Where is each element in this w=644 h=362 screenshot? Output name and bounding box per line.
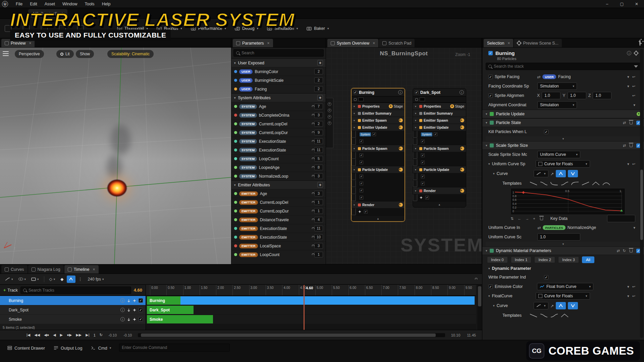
solo-icon[interactable] [127,299,130,302]
view-end-value[interactable]: 10.10 [448,333,463,337]
gear-icon[interactable] [634,51,638,55]
alignment-y-field[interactable]: 1.0 [568,92,586,99]
playback-button[interactable]: ◀● [42,331,51,339]
node-stack-row[interactable]: ▾ Properties +Stage + ✓ [352,103,405,110]
add-parameter-button[interactable]: + [317,95,323,101]
node-stack-row[interactable]: ▾ Particle State + + ✓ [413,173,417,180]
solo-icon[interactable] [127,318,130,321]
add-module-button[interactable]: + [460,118,464,122]
burst-icon[interactable] [133,308,136,312]
node-stack-row[interactable]: ▾ Scale Color + + ✓ [352,194,356,201]
render-options-button[interactable]: ▾ [29,275,41,283]
lit-button[interactable]: Lit [56,50,74,58]
curve-template-icon[interactable] [550,181,558,186]
parameter-row[interactable]: USER BurningHitScale 2 [231,76,326,84]
node-stack-row[interactable]: ▾ Particle Spawn + + ✓ [352,145,405,152]
parameter-row[interactable]: SYSTEM NormalizedLoop 3 [231,172,326,180]
section-scale-sprite-size[interactable]: ▾ Scale Sprite Size ⇄ [482,141,644,150]
info-icon[interactable]: i [120,317,125,321]
info-icon[interactable]: i [460,90,464,95]
menu-item[interactable]: Tools [81,0,98,8]
dropdown-caret-icon[interactable]: ▾ [627,294,629,298]
perspective-button[interactable]: Perspective [15,50,44,58]
curve-template-icon[interactable] [581,181,590,186]
parameter-row[interactable]: EMITTER CurrentLoopDel 1 [231,198,326,206]
track-enabled-checkbox[interactable] [139,308,143,312]
module-enabled-checkbox[interactable]: ✓ [421,154,425,157]
panel-options-gear[interactable] [639,40,641,45]
row-sprite-alignment[interactable]: Sprite Alignmen X1.0 Y1.0 Z1.0 ↩ [482,91,644,100]
track-section-block[interactable]: Dark_Spot [147,306,194,314]
curve-template-icon[interactable] [540,313,548,318]
add-module-button[interactable]: + [460,125,464,129]
maximize-button[interactable]: ▢ [614,0,629,8]
alignment-x-field[interactable]: 1.0 [542,92,560,99]
node-stack-row[interactable]: ▾ Sprite Renderer + + ✓ [413,194,417,201]
section-particle-state[interactable]: ▾ Particle State ⇄ [482,118,644,127]
emitter-node-dark-spot[interactable]: Dark_Spot i ▾ Properties +Stage [413,88,466,207]
module-enabled-checkbox[interactable]: ✓ [372,132,376,136]
burst-icon[interactable] [133,318,136,321]
expander-chevron[interactable]: ▾ [486,136,641,141]
console-input[interactable] [122,345,227,350]
section-emitter-attributes[interactable]: ▾ Emitter Attributes + [231,180,326,189]
scale-factor-field[interactable]: 1.0 [537,233,580,241]
track-section-block[interactable]: Smoke [147,315,213,323]
tab-preview-scene-settings[interactable]: Preview Scene S... [514,39,562,47]
scale-mode-dropdown[interactable]: Uniform Curve▾ [537,151,580,158]
tab-system-overview[interactable]: System Overview× [327,39,378,47]
node-stack-row[interactable]: ▾ Dynamic Material Parameters + + ✓ [352,187,356,194]
curve-type-dropdown[interactable]: Curve for Floats▾ [536,160,590,168]
node-stack-row[interactable]: ▾ Particle Update + + ✓ [413,166,466,173]
parameter-row[interactable]: EMITTER LocalSpace 3 [231,241,326,250]
index-tab[interactable]: Index 1 [511,256,532,263]
module-enabled-checkbox[interactable]: ✓ [360,189,363,192]
reset-icon[interactable]: ↩ [632,285,635,289]
node-header[interactable]: Burning i [352,88,405,97]
delete-key-icon[interactable] [540,217,543,220]
parameter-row[interactable]: USER BurningColor 2 [231,67,326,76]
track-row[interactable]: Burning i [0,296,146,305]
facing-coordinate-dropdown[interactable]: Simulation▾ [537,82,577,90]
open-external-icon[interactable]: ↗ [550,303,554,308]
stack-search[interactable] [486,63,641,70]
scrollbar[interactable] [640,49,643,338]
curve-type-dropdown[interactable]: Curve for Floats▾ [536,292,590,300]
info-icon[interactable]: i [398,90,402,95]
add-module-button[interactable]: + [399,168,403,172]
parameters-search-input[interactable] [241,51,321,55]
node-stack-row[interactable]: ▾ Initialize Particle + + ✓ [352,152,356,159]
pin-icon[interactable]: + [328,115,331,119]
checkbox[interactable] [488,94,493,98]
row-scale-mode[interactable]: Scale Sprite Size Mc Uniform Curve▾ [482,150,644,159]
add-module-button[interactable]: + [399,118,403,122]
trash-icon[interactable] [630,121,633,124]
node-stack-row[interactable]: ▾ Emitter Update + + ✓ [352,124,405,131]
dropdown-caret-icon[interactable]: ▾ [627,162,629,166]
parameter-row[interactable]: EMITTER LoopCount 1 [231,250,326,259]
checkbox[interactable] [488,75,493,79]
add-module-button[interactable]: + [460,146,464,150]
range-end-value[interactable]: 11.45 [464,333,479,337]
add-key-icon[interactable]: + [533,217,535,221]
open-external-icon[interactable]: ↗ [550,171,554,176]
collapse-chevron-icon[interactable]: ▴ [352,215,405,221]
menu-item[interactable]: Help [98,0,114,8]
node-stack-row[interactable]: ▾ Emitter State System + + ✓ [413,131,417,138]
toolbar-button[interactable]: Baker ▾ [302,23,333,34]
track-content-row[interactable]: Burning [146,296,476,305]
index-tab[interactable]: Index 0 [487,256,508,263]
visibility-button[interactable]: ▾ [16,275,29,283]
fit-curve-horizontal-button[interactable] [568,302,578,309]
snap-toggle-button[interactable] [67,276,75,283]
parameter-row[interactable]: SYSTEM ExecutionState 11 [231,137,326,145]
add-module-button[interactable]: + [460,189,464,193]
close-icon[interactable]: × [373,41,375,46]
track-search-input[interactable] [29,288,128,293]
shuffle-icon[interactable]: ⇄ [623,143,626,148]
node-stack-row[interactable]: ▾ Particle State + + ✓ [352,173,356,180]
prev-key-icon[interactable]: ← [518,217,521,221]
row-alignment-coordinate[interactable]: Alignment Coordinat Simulation▾ ▾ [482,100,644,110]
node-stack-row[interactable]: ▾ Particle Update + + ✓ [352,166,405,173]
module-enabled-checkbox[interactable]: ✓ [434,132,437,136]
